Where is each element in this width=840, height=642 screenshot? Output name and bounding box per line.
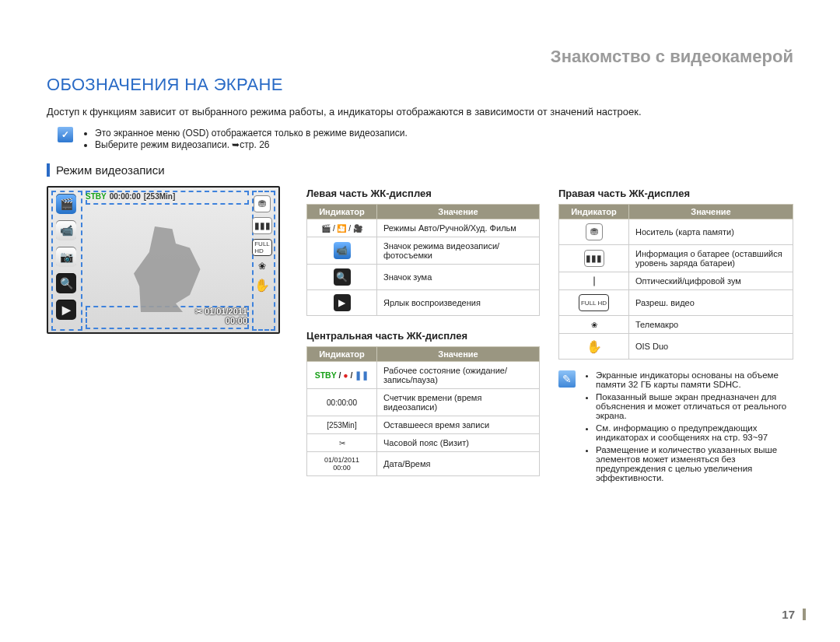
- right-table: Индикатор Значение ⛃ Носитель (карта пам…: [558, 204, 793, 360]
- status-icon: STBY / ● / ❚❚: [315, 370, 369, 380]
- cell: Значок зума: [377, 265, 540, 290]
- breadcrumb: Знакомство с видеокамерой: [47, 47, 793, 67]
- center-table: Индикатор Значение STBY / ● / ❚❚ Рабочее…: [306, 346, 540, 476]
- cell: Носитель (карта памяти): [629, 219, 793, 245]
- page-title: ОБОЗНАЧЕНИЯ НА ЭКРАНЕ: [47, 75, 793, 95]
- cell: Ярлык воспроизведения: [377, 290, 540, 316]
- status-line: STBY 00:00:00 [253Min]: [86, 192, 175, 201]
- sd-icon: ⛃: [254, 195, 271, 212]
- datetime-icon: 01/01/2011 00:00: [307, 452, 377, 476]
- lcd-mockup: 🎬 📹 📷 🔍 ▶ STBY 00:00:00 [253Min] ⛃ ▮▮▮ F…: [47, 186, 280, 334]
- cell: Телемакро: [629, 316, 793, 334]
- th-meaning: Значение: [629, 205, 793, 219]
- left-table-title: Левая часть ЖК-дисплея: [306, 188, 540, 199]
- optzoom-icon: [593, 276, 595, 286]
- remain-icon: [253Min]: [307, 416, 377, 434]
- note-item: Экранные индикаторы основаны на объеме п…: [596, 370, 793, 389]
- cell: Значок режима видеозаписи/ фотосъемки: [377, 237, 540, 265]
- cell: Дата/Время: [377, 452, 540, 476]
- video-mode-icon: 📹: [56, 220, 76, 240]
- note-item: Показанный выше экран предназначен для о…: [596, 392, 793, 420]
- fullhd-icon: FULLHD: [252, 239, 272, 256]
- page-number: 17: [782, 609, 806, 620]
- cell: OIS Duo: [629, 334, 793, 360]
- th-indicator: Индикатор: [307, 347, 377, 362]
- cell: Счетчик времени (время видеозаписи): [377, 389, 540, 416]
- right-table-title: Правая часть ЖК-дисплея: [558, 188, 793, 199]
- battery-icon: ▮▮▮: [584, 250, 604, 267]
- check-icon: ✓: [58, 127, 73, 142]
- counter-text: 00:00:00: [110, 192, 141, 201]
- top-info-line2: Выберите режим видеозаписи. ➥стр. 26: [95, 139, 408, 150]
- cell: Часовой пояс (Визит): [377, 434, 540, 452]
- th-meaning: Значение: [377, 347, 540, 362]
- left-table: Индикатор Значение 🎬 / 🎦 / 🎥 Режимы Авто…: [306, 204, 540, 316]
- note-item: См. информацию о предупреждающих индикат…: [596, 423, 793, 442]
- th-indicator: Индикатор: [559, 205, 629, 219]
- zoom-icon: 🔍: [56, 273, 76, 293]
- counter-icon: 00:00:00: [307, 389, 377, 416]
- cell: Оставшееся время записи: [377, 416, 540, 434]
- th-indicator: Индикатор: [307, 205, 377, 219]
- notes-box: ✎ Экранные индикаторы основаны на объеме…: [558, 370, 793, 486]
- intro-text: Доступ к функциям зависит от выбранного …: [47, 106, 793, 118]
- note-item: Размещение и количество указанных выше э…: [596, 445, 793, 482]
- fullhd-icon: FULL HD: [579, 294, 609, 311]
- th-meaning: Значение: [377, 205, 540, 219]
- stby-text: STBY: [86, 192, 107, 201]
- sd-icon: ⛃: [586, 223, 603, 240]
- remain-text: [253Min]: [144, 192, 176, 201]
- zoom-icon: 🔍: [334, 268, 351, 286]
- cell: Режимы Авто/Ручной/Худ. Фильм: [377, 219, 540, 237]
- cell: Рабочее состояние (ожидание/ запись/пауз…: [377, 362, 540, 389]
- photo-mode-icon: 📷: [56, 247, 76, 267]
- telemacro-icon: ❀: [258, 261, 266, 272]
- mode-auto-icon: 🎬: [56, 194, 76, 214]
- section-title: Режим видеозаписи: [47, 163, 793, 177]
- center-table-title: Центральная часть ЖК-дисплея: [306, 330, 540, 342]
- date-time-overlay: ✂ 01/01/2011 00:00: [195, 307, 247, 326]
- telemacro-icon: ❀: [591, 321, 597, 329]
- top-info-line1: Это экранное меню (OSD) отображается тол…: [95, 128, 408, 139]
- timezone-icon: ✂: [307, 434, 377, 452]
- cell: Разреш. видео: [629, 290, 793, 316]
- ois-icon: ✋: [254, 276, 271, 293]
- notes-icon: ✎: [558, 370, 576, 388]
- cell: Информация о батарее (оставшийся уровень…: [629, 245, 793, 272]
- video-mode-icon: 📹: [334, 242, 351, 259]
- play-icon: ▶: [334, 294, 351, 311]
- modes-icons: 🎬 / 🎦 / 🎥: [307, 219, 377, 237]
- ois-icon: ✋: [586, 338, 603, 355]
- battery-icon: ▮▮▮: [252, 217, 272, 234]
- cell: Оптический/цифровой зум: [629, 272, 793, 290]
- play-icon: ▶: [56, 300, 76, 320]
- top-info-box: ✓ Это экранное меню (OSD) отображается т…: [47, 127, 793, 151]
